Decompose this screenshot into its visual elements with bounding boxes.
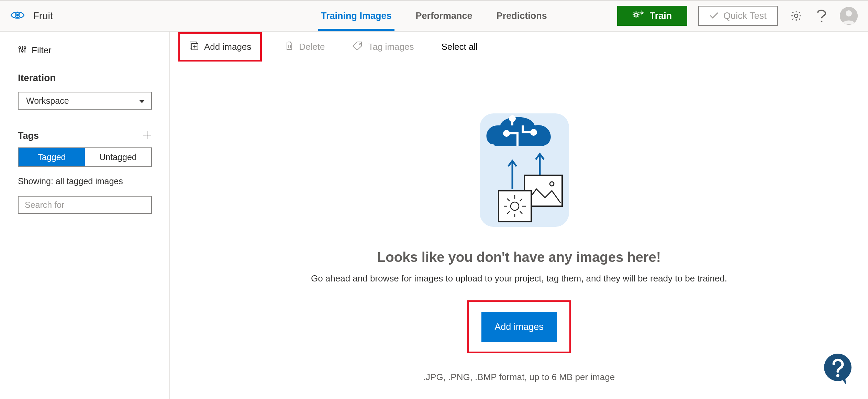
header-help-button[interactable] [814, 9, 829, 23]
select-all-button[interactable]: Select all [437, 39, 482, 55]
tab-training-images[interactable]: Training Images [320, 2, 393, 30]
svg-line-10 [634, 16, 635, 17]
filter-button[interactable]: Filter [18, 45, 152, 56]
add-images-icon [189, 41, 199, 53]
avatar-icon [840, 7, 858, 25]
svg-line-7 [634, 12, 635, 13]
svg-line-9 [637, 12, 638, 13]
image-toolbar: Add images Delete [170, 32, 868, 62]
select-all-label: Select all [441, 42, 478, 52]
trash-icon [285, 41, 293, 53]
nav-tabs: Training Images Performance Predictions [320, 2, 548, 30]
tab-predictions[interactable]: Predictions [495, 2, 548, 30]
add-images-button[interactable]: Add images [189, 41, 251, 53]
quick-test-button[interactable]: Quick Test [698, 6, 778, 26]
svg-point-37 [531, 130, 536, 135]
chevron-down-icon [139, 96, 145, 106]
filter-label: Filter [32, 45, 52, 56]
project-name: Fruit [33, 10, 53, 22]
showing-text: Showing: all tagged images [18, 176, 152, 186]
svg-point-36 [504, 131, 509, 136]
svg-point-17 [821, 21, 822, 22]
tags-heading: Tags [18, 131, 39, 141]
svg-point-19 [846, 10, 852, 16]
add-images-main-button[interactable]: Add images [481, 312, 557, 342]
top-header: Fruit Training Images Performance Predic… [0, 0, 868, 32]
header-actions: Train Quick Test [617, 6, 858, 26]
sidebar: Filter Iteration Workspace Tags Tagged U… [0, 32, 170, 399]
check-icon [710, 11, 719, 21]
svg-point-25 [24, 47, 26, 48]
tag-search-input[interactable] [18, 196, 152, 214]
settings-button[interactable] [789, 9, 803, 23]
svg-point-11 [641, 12, 643, 14]
svg-point-54 [836, 374, 839, 377]
user-avatar[interactable] [840, 7, 858, 25]
add-images-label: Add images [204, 42, 251, 52]
iteration-select[interactable]: Workspace [18, 92, 152, 110]
toggle-untagged[interactable]: Untagged [85, 148, 151, 166]
question-icon [816, 8, 827, 23]
empty-illustration-icon [463, 107, 576, 230]
gears-icon [633, 10, 645, 22]
svg-point-21 [19, 47, 21, 48]
filter-icon [18, 45, 27, 56]
svg-point-34 [359, 43, 360, 44]
svg-line-8 [637, 16, 638, 17]
plus-icon [142, 130, 152, 140]
brand: Fruit [10, 10, 189, 22]
gear-icon [790, 10, 802, 22]
tag-filter-toggle: Tagged Untagged [18, 147, 152, 167]
empty-state: Looks like you don't have any images her… [296, 107, 743, 383]
train-button[interactable]: Train [617, 6, 687, 26]
train-button-label: Train [650, 11, 672, 21]
format-hint: .JPG, .PNG, .BMP format, up to 6 MB per … [423, 372, 615, 383]
add-tag-button[interactable] [142, 130, 152, 141]
quick-test-label: Quick Test [723, 11, 767, 21]
empty-subtitle: Go ahead and browse for images to upload… [311, 273, 727, 284]
help-chat-button[interactable] [821, 352, 854, 385]
delete-label: Delete [299, 42, 325, 52]
tag-images-label: Tag images [368, 42, 414, 52]
empty-title: Looks like you don't have any images her… [377, 250, 661, 265]
iteration-heading: Iteration [18, 73, 152, 84]
svg-point-16 [794, 14, 798, 18]
svg-point-2 [635, 13, 637, 16]
svg-point-38 [510, 116, 515, 121]
tag-icon [352, 41, 363, 53]
svg-point-23 [21, 50, 23, 52]
main-content: Add images Delete [170, 32, 868, 399]
tag-images-button: Tag images [348, 38, 418, 55]
tab-performance[interactable]: Performance [414, 2, 474, 30]
help-bubble-icon [821, 352, 854, 385]
toggle-tagged[interactable]: Tagged [19, 148, 85, 166]
svg-point-1 [17, 14, 19, 16]
iteration-selected-value: Workspace [26, 96, 69, 106]
delete-button: Delete [281, 38, 329, 56]
highlight-add-images-main: Add images [467, 300, 571, 353]
logo-eye-icon [10, 10, 25, 22]
highlight-add-images: Add images [178, 32, 262, 62]
